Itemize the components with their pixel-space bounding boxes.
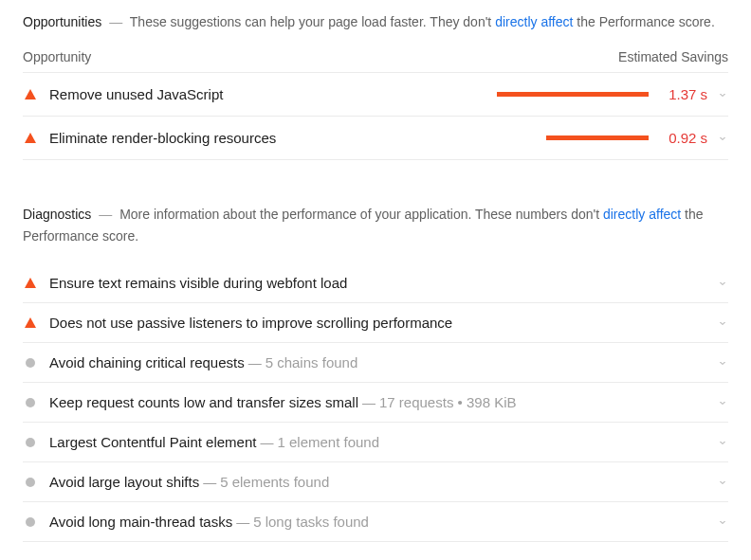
diagnostics-desc-prefix: More information about the performance o…	[119, 207, 603, 222]
diagnostic-title: Avoid long main-thread tasks	[49, 514, 232, 530]
chevron-down-icon	[717, 357, 728, 369]
diagnostic-row[interactable]: Avoid chaining critical requests—5 chain…	[23, 343, 728, 383]
chevron-down-icon	[717, 516, 728, 528]
dash-separator: —	[260, 435, 273, 450]
diagnostic-row[interactable]: Avoid long main-thread tasks—5 long task…	[23, 502, 728, 542]
dash-separator: —	[203, 475, 216, 490]
chevron-down-icon	[717, 278, 728, 289]
savings-bar	[497, 92, 649, 97]
diagnostic-title: Ensure text remains visible during webfo…	[49, 275, 347, 291]
chevron-down-icon	[717, 437, 728, 448]
opportunity-row[interactable]: Remove unused JavaScript1.37 s	[23, 73, 728, 117]
warning-triangle-icon	[25, 133, 36, 143]
info-dot-icon	[26, 517, 35, 527]
diagnostic-row[interactable]: Ensure text remains visible during webfo…	[23, 263, 728, 303]
opportunities-list: Remove unused JavaScript1.37 sEliminate …	[23, 73, 728, 160]
diagnostic-detail: 5 long tasks found	[253, 514, 369, 530]
chevron-down-icon	[717, 397, 728, 408]
diagnostic-detail: 5 chains found	[266, 354, 358, 370]
diagnostics-title: Diagnostics	[23, 207, 91, 222]
diagnostic-title: Largest Contentful Paint element	[49, 434, 256, 450]
opportunities-desc-link[interactable]: directly affect	[495, 14, 573, 29]
savings-value: 1.37 s	[658, 86, 707, 102]
diagnostics-desc-link[interactable]: directly affect	[603, 207, 681, 222]
diagnostic-title: Keep request counts low and transfer siz…	[49, 394, 358, 410]
chevron-down-icon	[717, 317, 728, 329]
savings-bar-wrap	[487, 135, 649, 140]
diagnostic-detail: 1 element found	[277, 434, 379, 450]
savings-value: 0.92 s	[658, 130, 707, 146]
opportunities-header: Opportunities — These suggestions can he…	[23, 11, 728, 32]
opportunities-title: Opportunities	[23, 14, 101, 29]
info-dot-icon	[26, 438, 35, 447]
dash-separator: —	[99, 207, 112, 222]
warning-triangle-icon	[25, 278, 36, 288]
col-savings-label: Estimated Savings	[618, 49, 728, 64]
diagnostics-header: Diagnostics — More information about the…	[23, 204, 728, 246]
opportunity-title: Eliminate render-blocking resources	[49, 130, 487, 146]
chevron-down-icon	[717, 477, 728, 488]
chevron-down-icon	[717, 89, 728, 100]
info-dot-icon	[26, 358, 35, 368]
diagnostic-title: Does not use passive listeners to improv…	[49, 315, 452, 331]
col-opportunity-label: Opportunity	[23, 49, 91, 64]
diagnostic-detail: 5 elements found	[220, 474, 329, 490]
opportunities-column-headers: Opportunity Estimated Savings	[23, 49, 728, 73]
warning-triangle-icon	[25, 89, 36, 99]
diagnostic-title: Avoid chaining critical requests	[49, 354, 245, 370]
chevron-down-icon	[717, 133, 728, 144]
diagnostic-row[interactable]: Avoid large layout shifts—5 elements fou…	[23, 462, 728, 502]
savings-bar-wrap	[487, 92, 649, 97]
diagnostic-detail: 17 requests • 398 KiB	[379, 394, 517, 410]
diagnostic-row[interactable]: Does not use passive listeners to improv…	[23, 303, 728, 343]
diagnostic-title: Avoid large layout shifts	[49, 474, 199, 490]
savings-bar	[546, 135, 649, 140]
dash-separator: —	[236, 515, 249, 530]
opportunity-row[interactable]: Eliminate render-blocking resources0.92 …	[23, 117, 728, 160]
dash-separator: —	[362, 395, 376, 410]
diagnostic-row[interactable]: Keep request counts low and transfer siz…	[23, 383, 728, 423]
opportunities-desc-prefix: These suggestions can help your page loa…	[130, 14, 495, 29]
warning-triangle-icon	[25, 317, 36, 328]
info-dot-icon	[26, 478, 35, 487]
diagnostic-row[interactable]: Largest Contentful Paint element—1 eleme…	[23, 423, 728, 462]
opportunities-desc-suffix: the Performance score.	[573, 14, 714, 29]
dash-separator: —	[248, 355, 262, 370]
info-dot-icon	[26, 398, 35, 407]
diagnostics-list: Ensure text remains visible during webfo…	[23, 263, 728, 542]
opportunity-title: Remove unused JavaScript	[49, 86, 487, 102]
dash-separator: —	[109, 14, 122, 29]
